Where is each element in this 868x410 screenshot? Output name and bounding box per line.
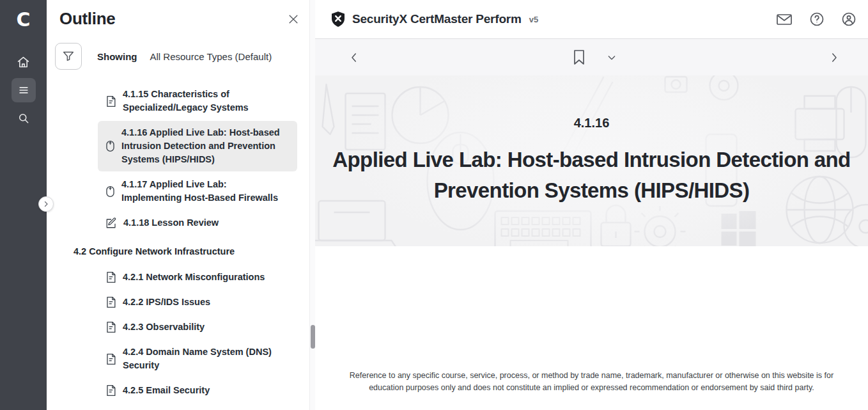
outline-item[interactable]: 4.2.6 Cryptography Issues: [98, 404, 297, 410]
topbar: SecurityX CertMaster Perform v5: [315, 0, 868, 39]
filter-row: Showing All Resource Types (Default): [55, 43, 315, 70]
outline-item[interactable]: 4.2.3 Observability: [98, 315, 297, 339]
brand: SecurityX CertMaster Perform v5: [330, 11, 538, 28]
mouse-icon: [105, 185, 115, 198]
shield-x-icon: [330, 11, 346, 28]
lesson-body: [315, 246, 868, 365]
outline-item-label: 4.2.5 Email Security: [123, 384, 210, 397]
lesson-nav: [315, 39, 868, 75]
outline-item[interactable]: 4.1.17 Applied Live Lab: Implementing Ho…: [98, 173, 297, 210]
next-lesson-button[interactable]: [826, 49, 842, 66]
pencil-icon: [105, 217, 117, 229]
lesson-title: Applied Live Lab: Host-based Intrusion D…: [318, 145, 865, 206]
filter-value[interactable]: All Resource Types (Default): [150, 51, 272, 62]
outline-item-label: 4.2.2 IPS/IDS Issues: [123, 296, 210, 309]
document-icon: [105, 271, 116, 283]
lesson-hero: 4.1.16 Applied Live Lab: Host-based Intr…: [315, 75, 868, 246]
bookmark-icon: [572, 49, 586, 66]
filter-button[interactable]: [55, 43, 82, 70]
outline-item[interactable]: 4.2.2 IPS/IDS Issues: [98, 290, 297, 314]
messages-button[interactable]: [773, 10, 795, 29]
document-icon: [105, 296, 116, 308]
outline-item-label: 4.1.15 Characteristics of Specialized/Le…: [123, 88, 283, 114]
chevron-down-icon: [607, 52, 617, 63]
outline-item-label: 4.1.18 Lesson Review: [123, 216, 219, 230]
document-icon: [105, 353, 116, 365]
close-icon: [287, 13, 300, 26]
showing-label: Showing: [97, 51, 137, 62]
chevron-left-icon: [348, 52, 360, 63]
outline-item-label: 4.1.16 Applied Live Lab: Host-based Intr…: [121, 126, 281, 166]
outline-item[interactable]: 4.1.15 Characteristics of Specialized/Le…: [98, 83, 297, 120]
help-icon: [809, 12, 825, 27]
chevron-right-icon: [828, 52, 840, 63]
chevron-right-icon: [42, 200, 50, 208]
main-content: SecurityX CertMaster Perform v5: [315, 0, 868, 410]
search-icon: [17, 112, 30, 125]
outline-section-header: 4.2 Configure Network Infrastructure: [74, 245, 297, 258]
home-button[interactable]: [12, 50, 36, 74]
outline-item[interactable]: 4.1.16 Applied Live Lab: Host-based Intr…: [98, 121, 297, 171]
outline-item-label: 4.2.4 Domain Name System (DNS) Security: [123, 345, 283, 372]
lesson-number: 4.1.16: [574, 116, 610, 130]
outline-item[interactable]: 4.2.4 Domain Name System (DNS) Security: [98, 340, 297, 377]
expand-panel-button[interactable]: [38, 196, 54, 212]
bookmark-menu-button[interactable]: [604, 50, 619, 65]
outline-item[interactable]: 4.2.5 Email Security: [98, 379, 297, 402]
mail-icon: [776, 12, 793, 26]
mouse-icon: [105, 140, 115, 152]
funnel-icon: [61, 49, 75, 63]
app-window: C Outline: [0, 0, 868, 410]
search-button[interactable]: [12, 106, 36, 130]
document-icon: [105, 321, 116, 333]
outline-list: 4.1.15 Characteristics of Specialized/Le…: [47, 83, 315, 410]
outline-menu-button[interactable]: [12, 78, 36, 102]
disclaimer: Reference to any specific course, servic…: [315, 365, 868, 410]
outline-panel: Outline Showing All Resource Types (Defa…: [47, 0, 315, 410]
document-icon: [105, 95, 116, 107]
close-outline-button[interactable]: [284, 10, 302, 28]
app-title: SecurityX CertMaster Perform: [352, 12, 522, 26]
bookmark-group: [570, 47, 619, 68]
help-button[interactable]: [807, 9, 827, 29]
outline-item[interactable]: 4.2.1 Network Misconfigurations: [98, 265, 297, 289]
outline-item-label: 4.2.1 Network Misconfigurations: [123, 271, 265, 284]
account-button[interactable]: [839, 9, 859, 29]
disclaimer-text: Reference to any specific course, servic…: [341, 370, 842, 393]
comptia-logo: C: [16, 5, 30, 33]
outline-item-label: 4.2.3 Observability: [123, 320, 205, 334]
app-version: v5: [529, 15, 538, 24]
topbar-actions: [773, 9, 859, 29]
home-icon: [17, 56, 30, 69]
outline-item-label: 4.1.17 Applied Live Lab: Implementing Ho…: [121, 178, 281, 205]
previous-lesson-button[interactable]: [346, 49, 362, 66]
menu-icon: [17, 84, 30, 97]
bookmark-button[interactable]: [570, 47, 589, 68]
outline-item[interactable]: 4.1.18 Lesson Review: [98, 211, 297, 235]
account-icon: [841, 12, 856, 27]
document-icon: [105, 384, 116, 397]
app-rail: C: [0, 0, 47, 410]
outline-scrollbar-thumb[interactable]: [311, 325, 315, 349]
outline-scrollbar[interactable]: [309, 0, 315, 410]
outline-panel-title: Outline: [59, 9, 115, 29]
